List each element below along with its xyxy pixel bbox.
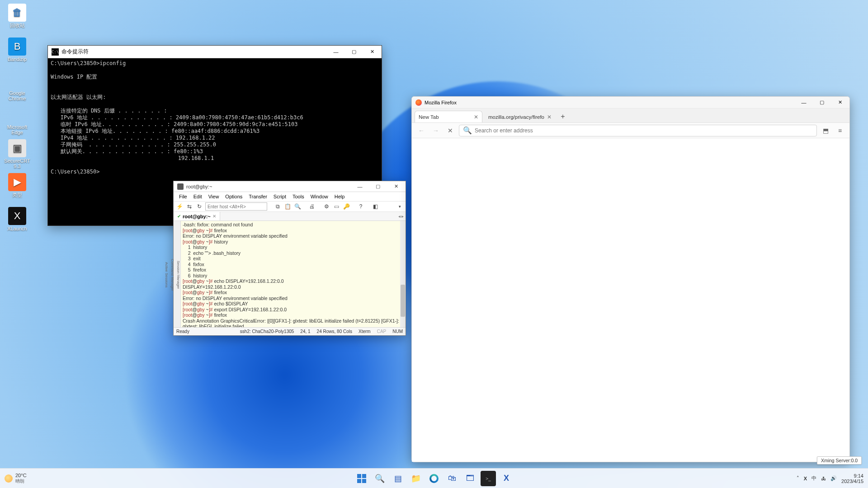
securecrt-icon: ▣ xyxy=(8,139,26,157)
securecrt-window[interactable]: root@gby:~ — ▢ ✕ FileEditViewOptionsTran… xyxy=(173,181,406,336)
tab-close-icon[interactable]: ✕ xyxy=(212,214,216,219)
desktop-icon-chrome[interactable]: Google Chrome xyxy=(4,71,31,101)
menu-file[interactable]: File xyxy=(176,193,190,200)
menu-script[interactable]: Script xyxy=(271,193,289,200)
side-gutter[interactable]: Session ManagerCommand ManagerActive Ses… xyxy=(174,221,181,327)
stop-button[interactable]: ✕ xyxy=(444,125,456,136)
status-dot-icon: ✔ xyxy=(177,214,181,219)
key-icon[interactable]: 🔑 xyxy=(342,202,350,211)
options-icon[interactable]: ⚙ xyxy=(322,202,330,211)
firefox-tab[interactable]: New Tab✕ xyxy=(415,111,482,122)
taskbar[interactable]: 20°C 晴朗 🔍 ▤ 📁 🛍 🗔 >_ X ˄ X 中 🖧 🔊 9:14 20… xyxy=(0,468,868,488)
desktop-icon-bandizip[interactable]: BBandizip xyxy=(4,38,31,62)
desktop-icon-xming[interactable]: XXLaunch xyxy=(4,207,31,231)
close-button[interactable]: ✕ xyxy=(364,47,380,57)
desktop-icon-label: Bandizip xyxy=(4,56,31,62)
terminal-output[interactable]: -bash: fixfox: command not found[root@gb… xyxy=(181,221,406,327)
tab-close-icon[interactable]: ✕ xyxy=(547,114,552,120)
firefox-window[interactable]: Mozilla Firefox — ▢ ✕ New Tab✕mozilla.or… xyxy=(411,96,850,462)
tab-next-icon[interactable]: ▸ xyxy=(401,214,404,219)
taskview-button[interactable]: ▤ xyxy=(390,471,406,486)
menu-edit[interactable]: Edit xyxy=(191,193,205,200)
scrollbar[interactable] xyxy=(400,221,406,327)
address-input[interactable] xyxy=(475,127,813,134)
terminal-button[interactable]: >_ xyxy=(481,471,496,486)
desktop-icon-securecrt[interactable]: ▣SecureCRT 9.3 xyxy=(4,139,31,169)
new-tab-button[interactable]: + xyxy=(557,111,568,122)
tab-prev-icon[interactable]: ◂ xyxy=(398,214,401,219)
forward-button[interactable]: → xyxy=(430,125,442,136)
connect-icon[interactable]: ⚡ xyxy=(175,202,184,211)
gutter-session-manager[interactable]: Session Manager xyxy=(176,261,180,289)
tray-ime[interactable]: 中 xyxy=(811,475,816,482)
toggle-icon[interactable]: ◧ xyxy=(371,202,379,211)
save-pocket-icon[interactable]: ⬒ xyxy=(820,125,831,136)
reconnect-icon[interactable]: ↻ xyxy=(195,202,203,211)
menu-view[interactable]: View xyxy=(206,193,222,200)
firefox-tab[interactable]: mozilla.org/privacy/firefo✕ xyxy=(484,111,556,122)
taskbar-center: 🔍 ▤ 📁 🛍 🗔 >_ X xyxy=(354,471,514,486)
gutter-command-manager[interactable]: Command Manager xyxy=(170,259,175,291)
maximize-button[interactable]: ▢ xyxy=(370,182,386,192)
status-size: 24 Rows, 80 Cols xyxy=(317,329,352,334)
app-menu-icon[interactable]: ≡ xyxy=(834,125,846,136)
xming-server-badge[interactable]: Xming Server:0.0 xyxy=(817,456,862,465)
desktop[interactable]: 🗑回收站BBandizipGoogle ChromeMicrosoft Edge… xyxy=(0,0,868,488)
gutter-active-sessions[interactable]: Active Sessions xyxy=(165,262,169,287)
term-line: 5 firefox xyxy=(183,267,404,273)
host-input[interactable] xyxy=(205,202,267,211)
menu-options[interactable]: Options xyxy=(222,193,245,200)
system-tray[interactable]: ˄ X 中 🖧 🔊 9:14 2023/4/15 xyxy=(797,473,863,484)
copy-icon[interactable]: ⧉ xyxy=(274,202,282,211)
tray-clock[interactable]: 9:14 2023/4/15 xyxy=(841,473,863,484)
taskbar-weather[interactable]: 20°C 晴朗 xyxy=(5,473,27,484)
tab-close-icon[interactable]: ✕ xyxy=(474,114,478,120)
store-button[interactable]: 🛍 xyxy=(444,471,460,486)
minimize-button[interactable]: — xyxy=(352,182,368,192)
desktop-icon-edge[interactable]: Microsoft Edge xyxy=(4,105,31,135)
address-bar[interactable]: 🔍 xyxy=(459,125,817,136)
tray-network-icon[interactable]: 🖧 xyxy=(821,476,826,481)
securecrt-tabstrip: ✔ root@gby:~ ✕ ◂ ▸ xyxy=(174,212,406,221)
cmd-title: 命令提示符 xyxy=(61,48,89,56)
session-icon[interactable]: ▭ xyxy=(332,202,340,211)
tray-overflow-icon[interactable]: ˄ xyxy=(797,475,799,481)
menu-window[interactable]: Window xyxy=(308,193,331,200)
close-button[interactable]: ✕ xyxy=(388,182,404,192)
firefox-content[interactable] xyxy=(412,138,849,462)
maximize-button[interactable]: ▢ xyxy=(814,98,830,108)
start-button[interactable] xyxy=(354,471,369,486)
find-icon[interactable]: 🔍 xyxy=(293,202,302,211)
menu-tools[interactable]: Tools xyxy=(290,193,307,200)
menu-transfer[interactable]: Transfer xyxy=(246,193,270,200)
term-line: DISPLAY=192.168.1.22:0.0 xyxy=(183,284,404,290)
desktop-icon-label: Microsoft Edge xyxy=(4,124,31,135)
desktop-icon-label: XLaunch xyxy=(4,226,31,231)
session-tab[interactable]: ✔ root@gby:~ ✕ xyxy=(174,212,220,221)
tray-volume-icon[interactable]: 🔊 xyxy=(830,475,837,481)
paste-icon[interactable]: 📋 xyxy=(283,202,292,211)
minimize-button[interactable]: — xyxy=(796,98,811,108)
maximize-button[interactable]: ▢ xyxy=(346,47,362,57)
help-icon[interactable]: ? xyxy=(357,202,365,211)
edge-button[interactable] xyxy=(426,471,442,486)
statusbar: Ready ssh2: ChaCha20-Poly1305 24, 1 24 R… xyxy=(174,327,406,335)
menu-help[interactable]: Help xyxy=(332,193,348,200)
tray-x-icon[interactable]: X xyxy=(804,476,807,481)
xming-button[interactable]: X xyxy=(499,471,514,486)
firefox-titlebar[interactable]: Mozilla Firefox — ▢ ✕ xyxy=(412,97,849,108)
minimize-button[interactable]: — xyxy=(328,47,344,57)
back-button[interactable]: ← xyxy=(415,125,427,136)
close-button[interactable]: ✕ xyxy=(832,98,848,108)
desktop-icon-recycle-bin[interactable]: 🗑回收站 xyxy=(4,4,31,28)
securecrt-titlebar[interactable]: root@gby:~ — ▢ ✕ xyxy=(174,181,406,192)
quick-connect-icon[interactable]: ⇆ xyxy=(185,202,193,211)
print-icon[interactable]: 🖨 xyxy=(308,202,316,211)
overflow-icon[interactable]: ▾ xyxy=(396,202,404,211)
search-button[interactable]: 🔍 xyxy=(372,471,387,486)
desktop-icon-r-app[interactable]: ▶类型 xyxy=(4,173,31,197)
explorer-button[interactable]: 📁 xyxy=(408,471,424,486)
cmd-titlebar[interactable]: C:\ 命令提示符 — ▢ ✕ xyxy=(48,46,382,58)
scrollbar-thumb[interactable] xyxy=(401,285,405,317)
pinned-app-button[interactable]: 🗔 xyxy=(462,471,478,486)
